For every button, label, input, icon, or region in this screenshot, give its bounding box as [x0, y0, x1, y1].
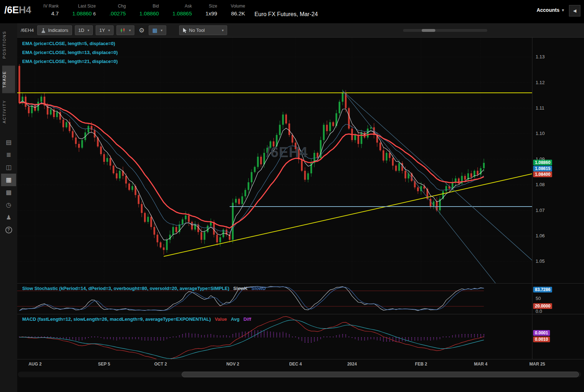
time-axis-label: DEC 4 [284, 362, 307, 367]
grid-chart-icon[interactable]: ▦ [1, 174, 16, 186]
time-axis-label: FEB 2 [410, 362, 432, 367]
stat-ask: Ask 1.08865 [172, 4, 192, 16]
time-axis: AUG 2SEP 5OCT 2NOV 2DEC 42024FEB 2MAR 4M… [17, 359, 584, 369]
beaker-icon [41, 28, 46, 33]
price-bubble: 1.08400 [533, 171, 552, 177]
sidebar-tab-trade[interactable]: TRADE [2, 66, 15, 93]
symbol-root: /6E [4, 5, 19, 15]
chart-icon[interactable]: ◫ [1, 161, 16, 174]
slowd-line [19, 287, 484, 311]
scrollbar-handle[interactable] [182, 372, 579, 377]
workspace: POSITIONS TRADE ACTIVITY ▤ ≣ ◫ ▦ ▩ ◷ ♟ ?… [0, 23, 584, 392]
monitor-icon[interactable]: ▤ [1, 136, 16, 149]
macd-svg[interactable] [17, 314, 532, 359]
stochastic-axis: 83.72865020.00000.0 [532, 284, 584, 314]
stat-iv-rank: IV Rank 4.7 [43, 4, 59, 16]
macd-avg-line [19, 320, 484, 359]
gear-icon[interactable]: ⚙ [137, 26, 146, 34]
price-axis-label: 1.07 [536, 208, 545, 213]
price-axis-label: 1.06 [536, 233, 545, 238]
clock-icon[interactable]: ◷ [1, 199, 16, 211]
time-axis-label: AUG 2 [24, 362, 47, 367]
symbol-title: /6EH4 [4, 3, 31, 17]
sidebar-tab-activity[interactable]: ACTIVITY [2, 95, 15, 129]
range-dropdown[interactable]: 1Y▾ [96, 25, 114, 35]
trading-platform: /6EH4 IV Rank 4.7 Last Size 1.088606 Chg… [0, 0, 584, 392]
stoch-axis-label: 50 [536, 296, 541, 301]
quote-header: /6EH4 IV Rank 4.7 Last Size 1.088606 Chg… [0, 0, 584, 23]
chart-toolbar: /6EH4 Indicators 1D▾ 1Y▾ ▾ ⚙ ▦▾ No Tool▾ [17, 23, 584, 38]
sidebar-icons: ▤ ≣ ◫ ▦ ▩ ◷ ♟ ? [1, 136, 16, 236]
chevron-down-icon: ▾ [562, 8, 564, 13]
stat-bid: Bid 1.08860 [139, 4, 159, 16]
grid-lines [17, 38, 532, 283]
ema21-line [19, 102, 484, 228]
stoch-axis-label: 0.0 [536, 309, 542, 314]
list-icon[interactable]: ≣ [1, 149, 16, 161]
price-chart-svg[interactable] [17, 38, 532, 283]
chevron-down-icon: ▾ [108, 28, 110, 32]
stochastic-panel[interactable]: Slow Stochastic (kPeriod=14, dPeriod=3, … [17, 283, 584, 314]
contract-description: Euro FX Futures, Mar-24 [254, 11, 318, 18]
grid-style-dropdown[interactable]: ▦▾ [149, 25, 166, 35]
stat-chg: Chg .00275 [109, 4, 126, 16]
zoom-slider[interactable] [403, 29, 487, 32]
price-axis-label: 1.12 [536, 80, 545, 85]
chart-type-dropdown[interactable]: ▾ [116, 25, 134, 35]
price-axis-label: 1.13 [536, 54, 545, 59]
indicators-button[interactable]: Indicators [37, 25, 72, 35]
price-axis-label: 1.10 [536, 131, 545, 136]
macd-panel[interactable]: MACD (fastLength=12, slowLength=26, macd… [17, 314, 584, 359]
time-axis-label: NOV 2 [221, 362, 244, 367]
chevron-down-icon: ▾ [129, 28, 131, 32]
chevron-down-icon: ▾ [87, 28, 89, 32]
symbol-contract: H4 [19, 5, 32, 15]
drawings-group [17, 91, 532, 283]
cursor-icon [183, 28, 187, 33]
users-icon[interactable]: ♟ [1, 211, 16, 224]
price-axis-label: 1.05 [536, 258, 545, 264]
price-axis-label: 1.11 [536, 105, 544, 111]
help-icon[interactable]: ? [1, 224, 16, 236]
price-bubble: 1.08860 [533, 160, 552, 165]
quote-stats: IV Rank 4.7 Last Size 1.088606 Chg .0027… [43, 4, 245, 16]
stat-size: Size 1x99 [206, 4, 217, 16]
time-axis-label: SEP 5 [93, 362, 116, 367]
grid-icon: ▦ [152, 27, 157, 34]
stochastic-svg[interactable] [17, 284, 532, 314]
slowk-line [19, 286, 484, 311]
macd-value-line [19, 316, 484, 359]
accounts-menu[interactable]: Accounts▾ [537, 7, 564, 13]
sidebar-tab-positions[interactable]: POSITIONS [2, 25, 15, 64]
stat-last-size: Last Size 1.088606 [72, 4, 96, 16]
time-axis-label: OCT 2 [149, 362, 172, 367]
time-axis-label: 2024 [341, 362, 364, 367]
left-sidebar: POSITIONS TRADE ACTIVITY ▤ ≣ ◫ ▦ ▩ ◷ ♟ ? [0, 23, 17, 392]
zoom-slider-handle[interactable] [422, 29, 435, 32]
ema13-line [19, 102, 484, 232]
stoch-oversold-bubble: 20.0000 [533, 303, 552, 309]
price-axis-label: 1.08 [536, 182, 545, 187]
macd-histogram [19, 330, 484, 343]
time-axis-label: MAR 4 [469, 362, 492, 367]
chart-gadget: /6EH4 Indicators 1D▾ 1Y▾ ▾ ⚙ ▦▾ No Tool▾ [17, 23, 584, 392]
stat-volume: Volume 86.2K [231, 4, 245, 16]
candles-icon [120, 28, 126, 33]
chevron-down-icon: ▾ [222, 28, 224, 32]
time-axis-label: MAR 25 [526, 362, 549, 367]
timeframe-dropdown[interactable]: 1D▾ [75, 25, 93, 35]
chart-symbol-label: /6EH4 [21, 28, 34, 33]
price-chart-panel[interactable]: /6EH4 EMA (price=CLOSE, length=5, displa… [17, 38, 584, 283]
drawing-tool-dropdown[interactable]: No Tool▾ [179, 25, 228, 35]
stoch-value-bubble: 83.7286 [533, 287, 552, 292]
price-axis: 1.131.121.111.101.091.081.071.061.051.08… [532, 38, 584, 283]
collapse-panel-button[interactable]: ◀ [569, 5, 580, 16]
price-bubble: 1.08615 [533, 166, 552, 171]
dashboard-icon[interactable]: ▩ [1, 186, 16, 199]
chevron-down-icon: ▾ [161, 28, 162, 32]
macd-diff-bubble: 0.0001 [533, 330, 550, 336]
horizontal-scrollbar[interactable] [18, 372, 581, 377]
macd-value-bubble: 0.0010 [533, 337, 550, 342]
macd-axis: 0.00010.0010 [532, 314, 584, 359]
